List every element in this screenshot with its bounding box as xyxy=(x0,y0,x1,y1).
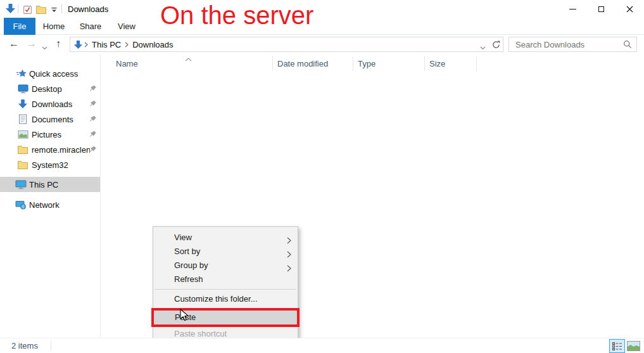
back-button[interactable]: ← xyxy=(9,38,19,49)
divider xyxy=(51,341,51,350)
properties-icon[interactable] xyxy=(22,4,33,15)
pin-icon xyxy=(89,115,97,125)
pin-icon xyxy=(89,146,97,155)
minimize-button[interactable] xyxy=(559,0,587,18)
column-divider[interactable] xyxy=(272,56,273,71)
quick-access-star-icon xyxy=(16,68,27,79)
documents-icon xyxy=(18,114,27,124)
folder-icon xyxy=(18,145,28,154)
close-icon xyxy=(626,6,633,13)
pin-icon xyxy=(89,100,97,110)
refresh-button[interactable] xyxy=(489,37,503,52)
pictures-icon xyxy=(18,130,28,139)
up-button[interactable]: ↑ xyxy=(56,38,61,49)
breadcrumb-downloads[interactable]: Downloads xyxy=(130,40,175,49)
menu-item-label: Refresh xyxy=(174,274,203,284)
tab-share[interactable]: Share xyxy=(75,18,106,35)
menu-item-sort-by[interactable]: Sort by xyxy=(153,245,298,259)
address-bar[interactable]: This PC Downloads xyxy=(70,37,490,52)
sidebar-item-label: Documents xyxy=(32,115,73,124)
annotation-text: On the server xyxy=(160,1,313,30)
search-box[interactable] xyxy=(508,37,637,52)
menu-separator xyxy=(155,289,296,290)
sidebar-item-label: Downloads xyxy=(32,99,72,109)
menu-item-view[interactable]: View xyxy=(153,231,298,245)
sidebar-item-label: This PC xyxy=(29,180,58,189)
sidebar-item-desktop[interactable]: Desktop xyxy=(0,81,100,96)
chevron-down-icon xyxy=(480,46,486,50)
column-divider[interactable] xyxy=(424,56,425,71)
downloads-arrow-icon xyxy=(5,3,16,16)
sidebar-item-label: remote.miraclen xyxy=(32,145,90,155)
sidebar-item-label: System32 xyxy=(32,160,68,170)
thumbnail-view-button[interactable] xyxy=(627,341,640,351)
sidebar-item-documents[interactable]: Documents xyxy=(0,112,100,127)
customize-qat-icon[interactable] xyxy=(49,4,58,15)
tab-view[interactable]: View xyxy=(111,18,142,35)
downloads-arrow-icon xyxy=(18,99,28,109)
details-view-icon xyxy=(612,342,622,350)
this-pc-icon xyxy=(15,179,27,189)
breadcrumb-chevron-icon[interactable] xyxy=(84,42,88,48)
sidebar-item-label: Quick access xyxy=(29,69,78,79)
column-header-date-modified[interactable]: Date modified xyxy=(277,57,328,71)
sidebar-item-quick-access[interactable]: Quick access xyxy=(0,66,100,81)
column-header-type[interactable]: Type xyxy=(358,57,376,71)
folder-icon xyxy=(18,160,28,169)
forward-button[interactable]: → xyxy=(27,38,37,49)
sort-ascending-icon xyxy=(185,54,192,63)
close-button[interactable] xyxy=(616,0,644,18)
pane-divider xyxy=(100,54,101,338)
tab-file[interactable]: File xyxy=(4,18,35,35)
mouse-cursor xyxy=(180,309,189,324)
details-view-button[interactable] xyxy=(609,339,625,353)
sidebar-item-network[interactable]: Network xyxy=(0,197,100,212)
menu-item-refresh[interactable]: Refresh xyxy=(153,273,298,286)
sidebar-item-this-pc[interactable]: This PC xyxy=(0,177,100,192)
column-header-name[interactable]: Name xyxy=(116,57,138,71)
ribbon-tab-row: File Home Share View ? xyxy=(0,18,644,35)
refresh-icon xyxy=(492,41,500,49)
tab-home[interactable]: Home xyxy=(39,18,68,35)
item-count: 2 items xyxy=(11,341,38,350)
divider xyxy=(61,4,62,13)
column-divider[interactable] xyxy=(476,56,477,71)
menu-item-label: Group by xyxy=(174,260,208,270)
thumbnail-view-icon xyxy=(628,342,640,350)
sidebar-item-pictures[interactable]: Pictures xyxy=(0,127,100,142)
column-divider[interactable] xyxy=(353,56,353,71)
downloads-arrow-icon xyxy=(73,40,83,49)
menu-item-label: Paste shortcut xyxy=(174,329,227,338)
menu-item-customize-this-folder[interactable]: Customize this folder... xyxy=(153,292,298,306)
menu-item-group-by[interactable]: Group by xyxy=(153,259,298,273)
menu-item-label: Customize this folder... xyxy=(174,294,258,304)
pin-icon xyxy=(89,85,97,94)
sidebar-item-label: Network xyxy=(29,200,60,210)
menu-item-paste[interactable]: Paste xyxy=(154,311,297,324)
sidebar-item-downloads[interactable]: Downloads xyxy=(0,96,100,112)
address-dropdown-button[interactable] xyxy=(480,42,486,52)
new-folder-icon[interactable] xyxy=(35,4,47,15)
sidebar-item-label: Desktop xyxy=(32,84,62,94)
maximize-button[interactable] xyxy=(587,0,616,18)
sidebar-item-label: Pictures xyxy=(32,130,61,139)
window-title: Downloads xyxy=(68,4,108,14)
minimize-icon xyxy=(569,9,576,10)
search-icon[interactable] xyxy=(623,40,632,51)
divider xyxy=(18,4,18,13)
sidebar-item-remote-miraclen[interactable]: remote.miraclen xyxy=(0,142,100,157)
breadcrumb-this-pc[interactable]: This PC xyxy=(89,40,123,49)
breadcrumb-chevron-icon[interactable] xyxy=(125,42,129,48)
status-bar: 2 items xyxy=(0,338,644,353)
desktop-icon xyxy=(18,84,28,94)
maximize-icon xyxy=(598,6,604,12)
column-header-size[interactable]: Size xyxy=(429,57,445,71)
network-icon xyxy=(15,200,27,210)
recent-locations-button[interactable] xyxy=(42,42,47,52)
context-menu: View Sort by Group by Refresh Customize … xyxy=(153,226,298,353)
chevron-down-icon xyxy=(42,46,47,50)
pin-icon xyxy=(89,131,97,140)
title-bar: Downloads xyxy=(0,0,644,18)
sidebar-item-system32[interactable]: System32 xyxy=(0,157,100,172)
search-input[interactable] xyxy=(514,39,616,50)
